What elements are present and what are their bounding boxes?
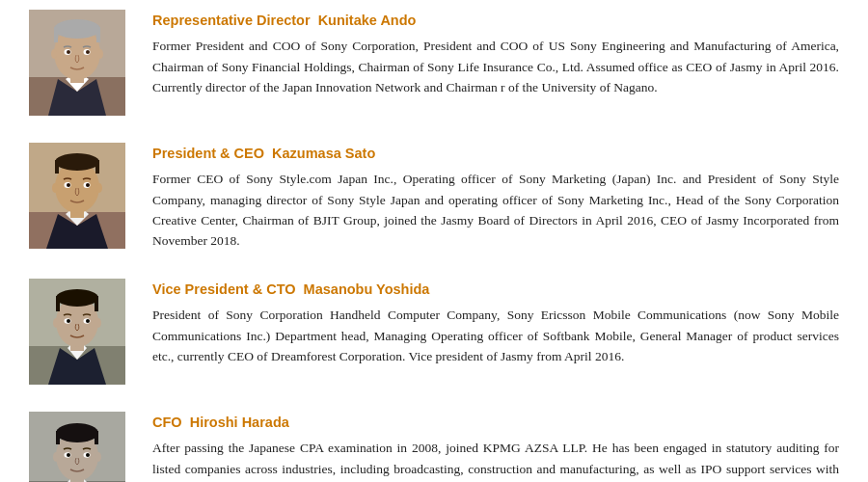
person-title-vp-cto: Vice President & CTO Masanobu Yoshida	[152, 279, 839, 300]
svg-rect-19	[95, 160, 99, 174]
person-title-president-ceo: President & CEO Kazumasa Sato	[152, 143, 839, 164]
person-photo-vp-cto	[29, 279, 125, 385]
svg-rect-45	[95, 431, 98, 444]
person-block-vp-cto: Vice President & CTO Masanobu YoshidaPre…	[29, 279, 839, 394]
svg-point-11	[51, 49, 57, 59]
person-block-president-ceo: President & CEO Kazumasa SatoFormer CEO …	[29, 143, 839, 261]
person-title-rep-director: Representative Director Kunitake Ando	[152, 10, 839, 31]
svg-point-38	[95, 318, 101, 328]
svg-point-37	[53, 318, 59, 328]
svg-point-4	[54, 19, 100, 39]
svg-point-9	[67, 50, 70, 54]
person-photo-cfo	[29, 412, 125, 482]
svg-point-24	[52, 183, 58, 193]
svg-rect-44	[56, 431, 60, 444]
person-desc-rep-director: Former President and COO of Sony Corpora…	[152, 36, 839, 97]
svg-point-23	[86, 183, 90, 187]
svg-point-25	[96, 183, 102, 193]
svg-rect-32	[95, 296, 98, 311]
person-info-cfo: CFO Hiroshi HaradaAfter passing the Japa…	[152, 412, 839, 482]
person-title-cfo: CFO Hiroshi Harada	[152, 412, 839, 433]
svg-point-17	[55, 153, 99, 171]
svg-rect-5	[54, 27, 58, 42]
person-desc-president-ceo: Former CEO of Sony Style.com Japan Inc.,…	[152, 169, 839, 251]
person-block-cfo: CFO Hiroshi HaradaAfter passing the Japa…	[29, 412, 839, 482]
person-info-president-ceo: President & CEO Kazumasa SatoFormer CEO …	[152, 143, 839, 252]
svg-point-51	[95, 452, 101, 462]
svg-point-35	[67, 319, 70, 323]
person-photo-president-ceo	[29, 143, 125, 249]
person-photo-rep-director	[29, 10, 125, 116]
svg-point-10	[86, 50, 90, 54]
person-block-rep-director: Representative Director Kunitake AndoFor…	[29, 10, 839, 125]
person-info-rep-director: Representative Director Kunitake AndoFor…	[152, 10, 839, 97]
person-desc-cfo: After passing the Japanese CPA examinati…	[152, 438, 839, 482]
svg-rect-31	[56, 296, 60, 311]
svg-rect-6	[96, 27, 100, 42]
svg-point-30	[56, 289, 98, 307]
svg-point-22	[67, 183, 70, 187]
page-container: Representative Director Kunitake AndoFor…	[0, 0, 868, 482]
svg-point-48	[67, 453, 70, 457]
svg-rect-18	[55, 160, 59, 174]
person-desc-vp-cto: President of Sony Corporation Handheld C…	[152, 305, 839, 366]
svg-point-36	[86, 319, 90, 323]
svg-point-49	[86, 453, 90, 457]
svg-point-50	[53, 452, 59, 462]
svg-point-43	[56, 423, 98, 442]
svg-point-12	[97, 49, 103, 59]
person-info-vp-cto: Vice President & CTO Masanobu YoshidaPre…	[152, 279, 839, 366]
